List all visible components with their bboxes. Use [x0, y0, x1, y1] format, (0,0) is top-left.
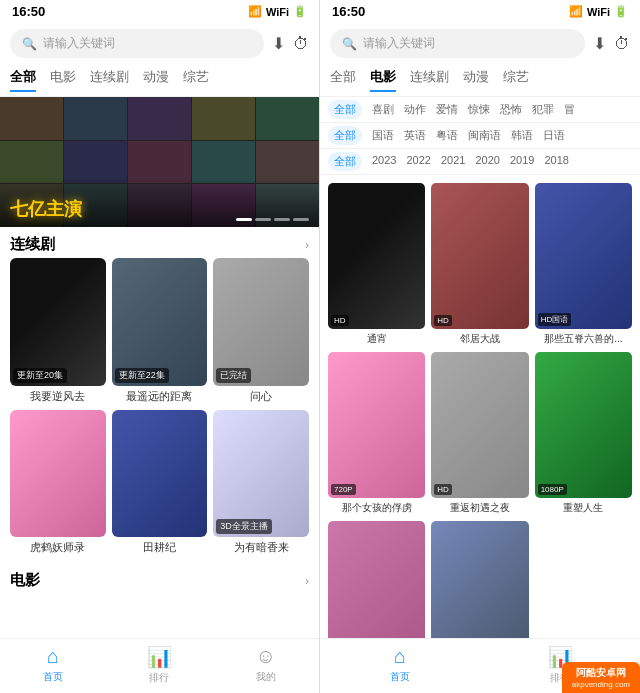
genre-action[interactable]: 动作 [404, 100, 426, 119]
movie-thumb-6: 1080P [535, 352, 632, 498]
right-panel: 16:50 📶WiFi🔋 🔍 请输入关键词 ⬇ ⏱ 全部 电影 连续剧 动漫 综… [320, 0, 640, 693]
year-2018[interactable]: 2018 [544, 152, 568, 171]
left-tab-variety[interactable]: 综艺 [183, 68, 209, 92]
right-search-actions: ⬇ ⏱ [593, 34, 630, 53]
drama-item[interactable]: 更新至20集 我要逆风去 [10, 258, 106, 404]
year-2020[interactable]: 2020 [475, 152, 499, 171]
drama-thumb-4 [10, 410, 106, 538]
watermark-badge: 阿酷安卓网 akpvending.com [562, 662, 640, 693]
genre-horror[interactable]: 恐怖 [500, 100, 522, 119]
drama-name-3: 问心 [213, 389, 309, 404]
movie-item[interactable]: HD 通宵 [328, 183, 425, 346]
movies-section-header: 电影 › [0, 563, 319, 594]
lang-hokkien[interactable]: 闽南语 [468, 126, 501, 145]
drama-name-2: 最遥远的距离 [112, 389, 208, 404]
right-tab-drama[interactable]: 连续剧 [410, 68, 449, 92]
right-tab-movie[interactable]: 电影 [370, 68, 396, 92]
left-time: 16:50 [12, 4, 45, 19]
left-banner[interactable]: 七亿主演 [0, 97, 319, 227]
banner-overlay: 七亿主演 [0, 177, 319, 227]
drama-item[interactable]: 更新至22集 最遥远的距离 [112, 258, 208, 404]
genre-thriller[interactable]: 惊悚 [468, 100, 490, 119]
lang-all[interactable]: 全部 [328, 126, 362, 145]
movie-item[interactable]: HD国语 那些五脊六兽的... [535, 183, 632, 346]
genre-romance[interactable]: 爱情 [436, 100, 458, 119]
right-search-input-wrapper[interactable]: 🔍 请输入关键词 [330, 29, 585, 58]
right-tab-anime[interactable]: 动漫 [463, 68, 489, 92]
lang-english[interactable]: 英语 [404, 126, 426, 145]
nav-mine[interactable]: ☺ 我的 [213, 645, 319, 685]
genre-comedy[interactable]: 喜剧 [372, 100, 394, 119]
genre-filter-row: 全部 喜剧 动作 爱情 惊悚 恐怖 犯罪 冒 [320, 97, 640, 123]
genre-crime[interactable]: 犯罪 [532, 100, 554, 119]
drama-item[interactable]: 已完结 问心 [213, 258, 309, 404]
movie-name-3: 那些五脊六兽的... [535, 332, 632, 346]
nav-home[interactable]: ⌂ 首页 [0, 645, 106, 685]
movie-thumb-1: HD [328, 183, 425, 329]
movie-item[interactable]: 720P 那个女孩的俘虏 [328, 352, 425, 515]
left-tab-drama[interactable]: 连续剧 [90, 68, 129, 92]
banner-title: 七亿主演 [10, 197, 82, 221]
drama-item[interactable]: 虎鹤妖师录 [10, 410, 106, 556]
drama-name-1: 我要逆风去 [10, 389, 106, 404]
right-search-bar: 🔍 请输入关键词 ⬇ ⏱ [320, 23, 640, 64]
left-search-bar: 🔍 请输入关键词 ⬇ ⏱ [0, 23, 319, 64]
left-tab-movie[interactable]: 电影 [50, 68, 76, 92]
history-icon[interactable]: ⏱ [293, 35, 309, 53]
nav-rank[interactable]: 📊 排行 [106, 645, 212, 685]
movie-tag-2: HD [434, 315, 452, 326]
drama-tag-6: 3D全景主播 [216, 519, 272, 534]
right-tab-all[interactable]: 全部 [330, 68, 356, 92]
drama-name-4: 虎鹤妖师录 [10, 540, 106, 555]
movie-tag-1: HD [331, 315, 349, 326]
movie-thumb-5: HD [431, 352, 528, 498]
home-icon: ⌂ [47, 645, 59, 668]
right-download-icon[interactable]: ⬇ [593, 34, 606, 53]
drama-tag-3: 已完结 [216, 368, 251, 383]
left-search-input-wrapper[interactable]: 🔍 请输入关键词 [10, 29, 264, 58]
left-status-bar: 16:50 📶WiFi🔋 [0, 0, 319, 23]
movie-tag-6: 1080P [538, 484, 567, 495]
year-2022[interactable]: 2022 [406, 152, 430, 171]
movie-item[interactable]: 1080P [431, 521, 528, 638]
nav-mine-label: 我的 [256, 670, 276, 684]
left-panel: 16:50 📶WiFi🔋 🔍 请输入关键词 ⬇ ⏱ 全部 电影 连续剧 动漫 综… [0, 0, 320, 693]
lang-korean[interactable]: 韩语 [511, 126, 533, 145]
dramas-more[interactable]: › [305, 238, 309, 252]
genre-more[interactable]: 冒 [564, 100, 575, 119]
right-nav-home[interactable]: ⌂ 首页 [320, 645, 480, 685]
movie-thumb-8: 1080P [431, 521, 528, 638]
drama-item[interactable]: 田耕纪 [112, 410, 208, 556]
year-all[interactable]: 全部 [328, 152, 362, 171]
movie-name-5: 重返初遇之夜 [431, 501, 528, 515]
rank-icon: 📊 [147, 645, 172, 669]
year-2019[interactable]: 2019 [510, 152, 534, 171]
right-time: 16:50 [332, 4, 365, 19]
movies-more[interactable]: › [305, 574, 309, 588]
left-category-tabs: 全部 电影 连续剧 动漫 综艺 [0, 64, 319, 97]
genre-all[interactable]: 全部 [328, 100, 362, 119]
banner-dots [236, 218, 309, 221]
year-2023[interactable]: 2023 [372, 152, 396, 171]
right-nav-home-label: 首页 [390, 670, 410, 684]
left-tab-anime[interactable]: 动漫 [143, 68, 169, 92]
right-search-placeholder: 请输入关键词 [363, 35, 435, 52]
movie-item[interactable]: 1080P 重塑人生 [535, 352, 632, 515]
movie-tag-5: HD [434, 484, 452, 495]
right-history-icon[interactable]: ⏱ [614, 35, 630, 53]
left-search-actions: ⬇ ⏱ [272, 34, 309, 53]
drama-item[interactable]: 3D全景主播 为有暗香来 [213, 410, 309, 556]
left-tab-all[interactable]: 全部 [10, 68, 36, 92]
lang-cantonese[interactable]: 粤语 [436, 126, 458, 145]
movie-item[interactable]: HD 重返初遇之夜 [431, 352, 528, 515]
right-tab-variety[interactable]: 综艺 [503, 68, 529, 92]
download-icon[interactable]: ⬇ [272, 34, 285, 53]
right-bottom-nav: ⌂ 首页 📊 排行 阿酷安卓网 akpvending.com [320, 638, 640, 693]
lang-japanese[interactable]: 日语 [543, 126, 565, 145]
movie-item[interactable]: HD 邻居大战 [431, 183, 528, 346]
year-2021[interactable]: 2021 [441, 152, 465, 171]
lang-mandarin[interactable]: 国语 [372, 126, 394, 145]
movies-title: 电影 [10, 571, 40, 590]
movie-thumb-2: HD [431, 183, 528, 329]
movie-item[interactable]: 720P [328, 521, 425, 638]
